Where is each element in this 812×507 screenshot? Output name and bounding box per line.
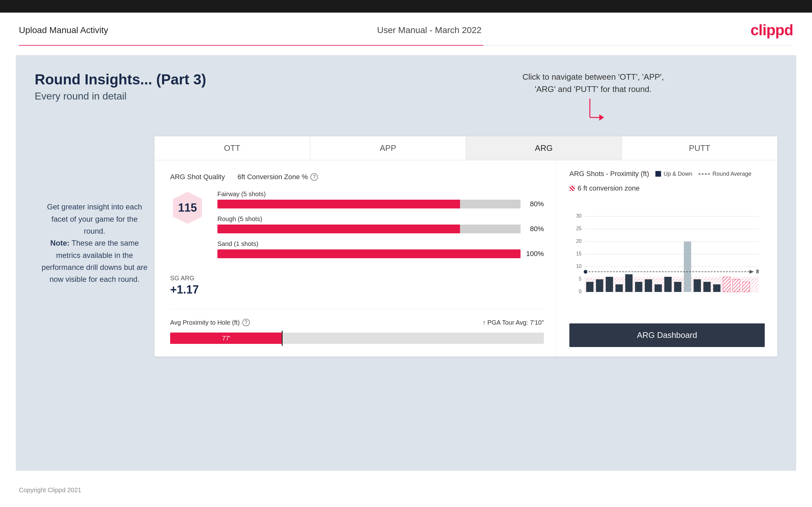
- svg-rect-28: [664, 277, 671, 292]
- svg-marker-39: [750, 270, 754, 274]
- note-bold: Note:: [50, 239, 69, 247]
- section-title: Round Insights... (Part 3): [35, 71, 206, 88]
- svg-text:20: 20: [576, 238, 581, 244]
- legend-6ft-label: 6 ft conversion zone: [577, 184, 640, 192]
- svg-rect-20: [586, 282, 593, 292]
- tab-ott[interactable]: OTT: [154, 136, 310, 160]
- svg-rect-35: [732, 279, 740, 292]
- bar-fairway-label: Fairway (5 shots): [217, 190, 544, 198]
- header-logo: clippd: [751, 21, 793, 39]
- svg-rect-24: [625, 274, 632, 292]
- svg-rect-33: [713, 284, 720, 292]
- annotation-text: Click to navigate between 'OTT', 'APP','…: [522, 71, 664, 96]
- svg-rect-27: [654, 284, 662, 292]
- insights-card: OTT APP ARG PUTT ARG Shot Quality 6ft Co…: [154, 136, 777, 356]
- sg-value: +1.17: [170, 283, 544, 296]
- proximity-chart: 0 5 10 15 20 25 30: [569, 198, 765, 298]
- card-with-desc: Get greater insight into each facet of y…: [35, 130, 777, 356]
- bar-sand-pct: 100%: [525, 250, 544, 258]
- svg-text:8: 8: [756, 269, 759, 274]
- hex-value: 115: [178, 201, 197, 215]
- svg-text:30: 30: [576, 213, 581, 219]
- legend-up-down-label: Up & Down: [664, 171, 692, 177]
- legend-dashed-icon: [699, 173, 710, 174]
- legend-6ft: 6 ft conversion zone: [569, 184, 640, 192]
- pga-avg: ↑ PGA Tour Avg: 7'10": [483, 319, 544, 326]
- legend-box-icon: [655, 171, 661, 177]
- svg-rect-30: [684, 241, 691, 292]
- description-text: Get greater insight into each facet of y…: [41, 201, 148, 286]
- svg-text:10: 10: [576, 264, 581, 269]
- bar-rough-pct: 80%: [525, 225, 544, 233]
- svg-rect-32: [703, 282, 711, 292]
- card-body: ARG Shot Quality 6ft Conversion Zone % ?: [154, 160, 777, 356]
- svg-rect-31: [694, 279, 701, 292]
- hex-bars-row: 115 Fairway (5 shots) 80%: [170, 190, 544, 265]
- header: Upload Manual Activity User Manual - Mar…: [0, 13, 812, 45]
- legend-up-down: Up & Down: [655, 171, 692, 177]
- svg-rect-34: [723, 277, 730, 292]
- tab-app[interactable]: APP: [310, 136, 466, 160]
- tab-bar: OTT APP ARG PUTT: [154, 136, 777, 160]
- tab-arg[interactable]: ARG: [466, 136, 622, 160]
- bar-rough-label: Rough (5 shots): [217, 215, 544, 223]
- left-panel: ARG Shot Quality 6ft Conversion Zone % ?: [154, 160, 557, 356]
- header-upload-link[interactable]: Upload Manual Activity: [19, 25, 108, 35]
- svg-rect-36: [742, 282, 750, 292]
- right-panel-header: ARG Shots - Proximity (ft) Up & Down Rou…: [569, 170, 765, 192]
- bar-sand: Sand (1 shots) 100%: [217, 240, 544, 258]
- svg-rect-29: [674, 282, 681, 292]
- proximity-bar: 77': [170, 333, 544, 344]
- legend-hatched-icon: [569, 185, 575, 191]
- proximity-cursor: [282, 331, 283, 346]
- proximity-help-icon[interactable]: ?: [242, 319, 250, 326]
- annotation-arrow: [580, 99, 606, 130]
- section-subtitle: Every round in detail: [35, 91, 206, 102]
- conversion-help-icon[interactable]: ?: [310, 173, 318, 181]
- header-doc-title: User Manual - March 2022: [377, 25, 481, 35]
- description-side: Get greater insight into each facet of y…: [35, 130, 154, 356]
- svg-text:0: 0: [579, 289, 582, 294]
- legend-round-avg-label: Round Average: [712, 171, 752, 177]
- arg-dashboard-button[interactable]: ARG Dashboard: [569, 323, 765, 347]
- bar-sand-label: Sand (1 shots): [217, 240, 544, 247]
- bar-fairway-pct: 80%: [525, 200, 544, 208]
- chart-title: ARG Shots - Proximity (ft): [569, 170, 649, 178]
- svg-rect-26: [645, 279, 652, 292]
- hex-score: 115: [170, 190, 205, 225]
- svg-rect-25: [635, 282, 642, 292]
- svg-text:15: 15: [576, 251, 581, 256]
- bar-fairway: Fairway (5 shots) 80%: [217, 190, 544, 209]
- svg-text:5: 5: [579, 276, 582, 282]
- tab-putt[interactable]: PUTT: [622, 136, 778, 160]
- top-bar: [0, 0, 812, 13]
- conversion-label: 6ft Conversion Zone % ?: [238, 173, 318, 181]
- svg-rect-21: [596, 279, 603, 292]
- proximity-title: Avg Proximity to Hole (ft) ?: [170, 319, 250, 326]
- proximity-section: Avg Proximity to Hole (ft) ? ↑ PGA Tour …: [170, 309, 544, 344]
- svg-rect-22: [606, 277, 613, 292]
- svg-marker-2: [599, 114, 604, 121]
- conversion-bars: Fairway (5 shots) 80% Rough (5 shots): [217, 190, 544, 265]
- sg-section: SG ARG +1.17: [170, 275, 544, 296]
- arg-shot-quality-label: ARG Shot Quality: [170, 173, 225, 181]
- proximity-value: 77': [222, 335, 230, 342]
- right-panel: ARG Shots - Proximity (ft) Up & Down Rou…: [557, 160, 777, 356]
- annotation-area: Click to navigate between 'OTT', 'APP','…: [522, 71, 664, 130]
- svg-rect-23: [615, 284, 623, 292]
- chart-area: 0 5 10 15 20 25 30: [569, 198, 765, 318]
- main-content: Round Insights... (Part 3) Every round i…: [16, 55, 796, 471]
- header-divider: [19, 45, 793, 46]
- bar-rough: Rough (5 shots) 80%: [217, 215, 544, 233]
- svg-text:25: 25: [576, 226, 581, 231]
- copyright: Copyright Clippd 2021: [19, 487, 81, 494]
- sg-label: SG ARG: [170, 275, 544, 282]
- footer: Copyright Clippd 2021: [0, 480, 812, 500]
- legend-round-avg: Round Average: [699, 171, 752, 177]
